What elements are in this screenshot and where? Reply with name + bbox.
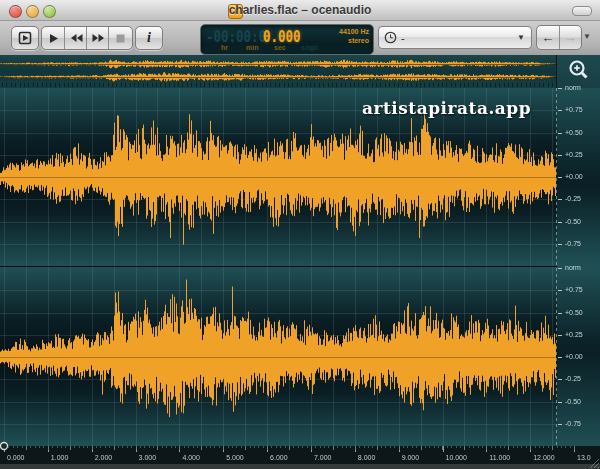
ruler-label: 6.000 — [270, 454, 288, 461]
ruler-label: 5.000 — [226, 454, 244, 461]
ocenaudio-window: ♪ charlies.flac – ocenaudio — [0, 0, 600, 469]
play-in-square-icon — [18, 31, 32, 45]
lcd-unit-sec: sec — [274, 44, 286, 51]
time-display-lcd[interactable]: -00:00:0 0.000 hr min sec smpl 44100 Hz … — [200, 24, 374, 55]
lcd-unit-hr: hr — [221, 44, 228, 51]
info-icon: i — [147, 30, 151, 46]
scale-tick — [558, 313, 562, 314]
ruler-label: 10.000 — [446, 454, 467, 461]
play-button[interactable] — [42, 27, 64, 49]
ruler-label: 1.000 — [51, 454, 69, 461]
amplitude-scale[interactable]: norm+0.75+0.50+0.25+0.00-0.25-0.50-0.75n… — [557, 88, 600, 446]
scale-label-ch2: +0.50 — [565, 309, 583, 316]
clock-icon — [384, 31, 397, 44]
play-special-button[interactable] — [11, 26, 39, 50]
scale-tick — [558, 379, 562, 380]
scale-tick — [558, 268, 562, 269]
scale-label-ch2: norm — [565, 264, 581, 271]
lcd-unit-smpl: smpl — [301, 44, 317, 51]
scale-label-ch2: +0.00 — [565, 353, 583, 360]
time-ruler[interactable]: 0.0001.0002.0003.0004.0005.0006.0007.000… — [0, 446, 600, 464]
overview-strip[interactable] — [0, 55, 557, 88]
window-title: charlies.flac – ocenaudio — [0, 3, 600, 17]
info-button[interactable]: i — [135, 26, 163, 50]
transport-group — [41, 26, 133, 50]
ruler-label: 2.000 — [95, 454, 113, 461]
scale-tick — [558, 177, 562, 178]
rewind-button[interactable] — [64, 27, 87, 49]
scale-label-ch1: -0.25 — [565, 195, 581, 202]
scale-label-ch1: +0.25 — [565, 151, 583, 158]
device-dropdown-value: - — [401, 32, 405, 44]
watermark-text: artistapirata.app — [362, 98, 531, 118]
scale-label-ch1: -0.50 — [565, 218, 581, 225]
forward-button[interactable]: → — [559, 26, 582, 49]
toolbar-toggle-capsule[interactable] — [572, 6, 592, 16]
scale-tick — [558, 402, 562, 403]
scale-label-ch1: +0.50 — [565, 129, 583, 136]
back-button[interactable]: ← — [537, 26, 559, 49]
scale-tick — [558, 88, 562, 89]
scale-tick — [558, 335, 562, 336]
history-dropdown-arrow[interactable]: ▼ — [583, 32, 591, 41]
play-icon — [48, 33, 59, 44]
ruler-label: 9.000 — [402, 454, 420, 461]
fast-forward-icon — [92, 33, 105, 43]
audio-device-dropdown[interactable]: - ▼ — [378, 26, 532, 49]
scale-tick — [558, 199, 562, 200]
scale-tick — [558, 244, 562, 245]
scale-label-ch2: -0.50 — [565, 398, 581, 405]
stop-icon — [116, 34, 125, 43]
scale-tick — [558, 110, 562, 111]
stop-button[interactable] — [108, 27, 131, 49]
waveform-channel-2[interactable] — [0, 267, 557, 446]
ruler-label: 3.000 — [139, 454, 157, 461]
scale-tick — [558, 424, 562, 425]
ruler-label: 12.000 — [533, 454, 554, 461]
history-nav-group: ← → — [536, 25, 582, 50]
magnifier-plus-icon[interactable] — [565, 57, 593, 85]
scale-label-ch2: +0.25 — [565, 331, 583, 338]
ruler-label: 8.000 — [358, 454, 376, 461]
sample-rate: 44100 Hz — [339, 28, 369, 35]
scale-label-ch2: -0.75 — [565, 420, 581, 427]
scale-tick — [558, 222, 562, 223]
title-bar: ♪ charlies.flac – ocenaudio — [0, 0, 600, 21]
scale-label-ch1: -0.75 — [565, 240, 581, 247]
rewind-icon — [70, 33, 83, 43]
waveform-area — [0, 88, 600, 446]
scale-tick — [558, 290, 562, 291]
scale-label-ch1: +0.00 — [565, 173, 583, 180]
scale-label-ch1: +0.75 — [565, 106, 583, 113]
window-bottom-edge — [0, 464, 600, 469]
ruler-label: 7.000 — [314, 454, 332, 461]
ruler-label: 11.000 — [489, 454, 510, 461]
channel-divider — [0, 266, 557, 267]
scale-label-ch1: norm — [565, 84, 581, 91]
overview-waveform[interactable] — [0, 55, 556, 88]
fast-forward-button[interactable] — [86, 27, 109, 49]
channel-mode: stereo — [348, 37, 369, 44]
scale-tick — [558, 357, 562, 358]
scale-tick — [558, 155, 562, 156]
scale-label-ch2: +0.75 — [565, 286, 583, 293]
scale-label-ch2: -0.25 — [565, 375, 581, 382]
lcd-unit-min: min — [246, 44, 258, 51]
playhead-marker[interactable] — [0, 441, 10, 451]
ruler-label: 0.000 — [7, 454, 25, 461]
toolbar: i -00:00:0 0.000 hr min sec smpl 44100 H… — [0, 21, 600, 56]
chevron-down-icon: ▼ — [517, 33, 525, 42]
resize-grip[interactable] — [587, 456, 600, 469]
scale-tick — [558, 133, 562, 134]
ruler-label: 4.000 — [182, 454, 200, 461]
